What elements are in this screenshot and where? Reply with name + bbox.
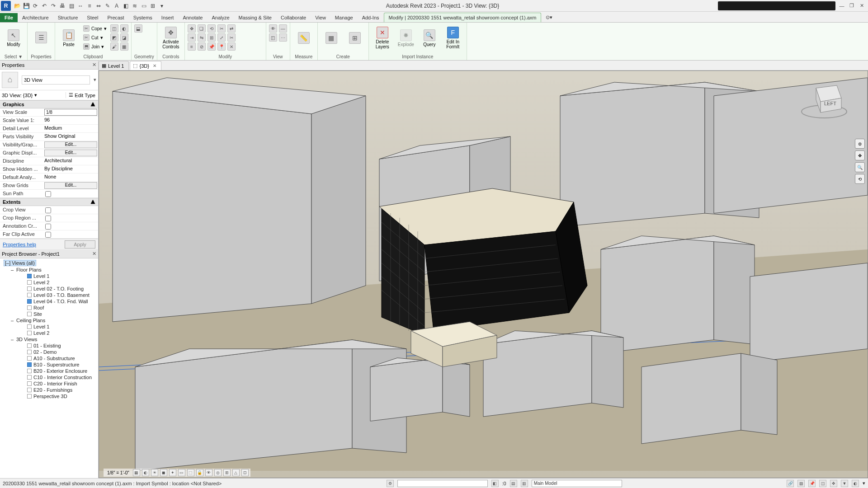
qat-text-icon[interactable]: A	[113, 2, 120, 9]
tree-node[interactable]: B10 - Superstructure	[2, 361, 96, 368]
tree-node[interactable]: Site	[2, 311, 96, 317]
tab-view[interactable]: View	[311, 13, 330, 22]
view-cube[interactable]: LEFT	[797, 80, 851, 121]
sb-select-face-icon[interactable]: ◫	[819, 480, 826, 487]
prop-section[interactable]: Extents⯅	[0, 198, 98, 206]
temp-hide-icon[interactable]: 👁	[205, 469, 212, 476]
qat-switch-icon[interactable]: ▭	[140, 2, 147, 9]
tree-node[interactable]: 02 - Demo	[2, 349, 96, 355]
apply-button[interactable]: Apply	[65, 240, 95, 249]
edit-in-formit-button[interactable]: FEdit In FormIt	[442, 23, 464, 52]
override-icon[interactable]: ◫	[269, 33, 277, 42]
shadow-icon[interactable]: ◼	[160, 469, 167, 476]
tree-node[interactable]: [–] Views (all)	[2, 259, 96, 267]
tree-node[interactable]: Level 2	[2, 330, 96, 336]
prop-checkbox[interactable]	[45, 207, 51, 213]
qat-print-icon[interactable]: 🖶	[59, 2, 66, 9]
properties-button[interactable]: ☰	[30, 23, 52, 52]
align-icon[interactable]: ≡	[188, 42, 196, 51]
prop-value[interactable]	[43, 222, 98, 230]
tab-structure[interactable]: Structure	[53, 13, 83, 22]
split2-icon[interactable]: ⊘	[198, 42, 206, 51]
tree-node[interactable]: Roof	[2, 305, 96, 311]
cut-button[interactable]: ✂Cut ▾	[81, 33, 108, 42]
reveal-icon[interactable]: ◎	[214, 469, 222, 476]
active-workset[interactable]	[397, 480, 488, 487]
view-tab-close-icon[interactable]: ✕	[151, 63, 156, 68]
instance-label[interactable]: 3D View: {3D}	[2, 93, 33, 98]
paste-button[interactable]: 📋Paste	[58, 23, 80, 52]
tree-node[interactable]: A10 - Substructure	[2, 355, 96, 361]
tab-manage[interactable]: Manage	[330, 13, 358, 22]
qat-tag-icon[interactable]: ✎	[104, 2, 111, 9]
prop-edit-button[interactable]: Edit...	[44, 150, 97, 156]
tab-systems[interactable]: Systems	[129, 13, 157, 22]
create2-button[interactable]: ⊞	[344, 23, 366, 52]
qat-measure-icon[interactable]: ↔	[77, 2, 84, 9]
nav-orbit-icon[interactable]: ⟲	[855, 174, 865, 184]
prop-checkbox[interactable]	[45, 224, 51, 230]
render-icon[interactable]: ✦	[169, 469, 176, 476]
nav-pan-icon[interactable]: ✥	[855, 150, 865, 160]
tab-file[interactable]: File	[0, 13, 18, 22]
sb-filter-icon[interactable]: ▼	[841, 480, 848, 487]
mirror-icon[interactable]: ⇄	[227, 24, 236, 33]
prop-value[interactable]: Edit...	[43, 149, 98, 157]
prop-edit-button[interactable]: Edit...	[44, 182, 97, 189]
tree-node[interactable]: Level 1	[2, 273, 96, 279]
minimize-button[interactable]: —	[837, 1, 846, 10]
tree-node[interactable]: Level 03 - T.O. Basement	[2, 292, 96, 298]
delete-layers-button[interactable]: ✕Delete Layers	[372, 23, 393, 52]
tab-massing[interactable]: Massing & Site	[234, 13, 276, 22]
3d-canvas[interactable]: LEFT ⊚ ✥ 🔍 ⟲ 1/8" = 1'-0" ▦ ◐ ☀ ◼ ✦ ▭ ⬚ …	[99, 70, 868, 478]
modify-button[interactable]: ↖Modify	[3, 23, 24, 52]
geom-icon[interactable]: ⬓	[134, 24, 142, 33]
hide-icon[interactable]: 👁	[269, 24, 277, 33]
view-tab-level1[interactable]: ▦ Level 1	[99, 61, 129, 70]
move-icon[interactable]: ✥	[188, 24, 196, 33]
qat-region-icon[interactable]: ◧	[122, 2, 129, 9]
properties-help-link[interactable]: Properties help	[3, 242, 36, 247]
line2-icon[interactable]: ⋯	[279, 33, 287, 42]
prop-value[interactable]	[43, 206, 98, 214]
tab-collaborate[interactable]: Collaborate	[276, 13, 311, 22]
tree-node[interactable]: B20 - Exterior Enclosure	[2, 368, 96, 374]
tree-node[interactable]: E20 - Furnishings	[2, 387, 96, 393]
tab-addins[interactable]: Add-Ins	[358, 13, 384, 22]
clip-icon[interactable]: ◩	[110, 33, 118, 42]
query-button[interactable]: 🔍Query	[419, 23, 440, 52]
sb-drag-icon[interactable]: ✥	[830, 480, 837, 487]
explode-button[interactable]: ✸Explode	[395, 23, 417, 52]
tab-architecture[interactable]: Architecture	[18, 13, 53, 22]
prop-checkbox[interactable]	[45, 232, 51, 238]
join-button[interactable]: ⬒Join ▾	[81, 42, 108, 51]
tree-node[interactable]: Level 1	[2, 324, 96, 330]
activate-controls-button[interactable]: ✥Activate Controls	[160, 23, 182, 52]
type-selector[interactable]: ⌂ 3D View ▾	[0, 70, 98, 90]
cope-button[interactable]: ✂Cope ▾	[81, 24, 108, 33]
qat-redo-icon[interactable]: ↷	[50, 2, 57, 9]
sb-worksets-icon[interactable]: ⚙	[387, 480, 394, 487]
rotate-icon[interactable]: ⟲	[208, 24, 216, 33]
tree-node[interactable]: Level 04 - T.O. Fnd. Wall	[2, 298, 96, 305]
dem-icon[interactable]: ◐	[120, 24, 128, 33]
qat-undo-icon[interactable]: ↶	[41, 2, 48, 9]
visual-style-icon[interactable]: ◐	[142, 469, 149, 476]
tree-node[interactable]: –3D Views	[2, 336, 96, 343]
sb-select-underlay-icon[interactable]: ▨	[797, 480, 805, 487]
main-model-box[interactable]: Main Model	[532, 480, 622, 487]
restore-button[interactable]: ❐	[847, 1, 856, 10]
unlock-icon[interactable]: 🔓	[196, 469, 203, 476]
project-browser-close-icon[interactable]: ✕	[92, 251, 96, 257]
project-browser-header[interactable]: Project Browser - Project1 ✕	[0, 249, 98, 258]
sb-design-options-icon[interactable]: ◧	[491, 480, 499, 487]
prop-edit-button[interactable]: Edit...	[44, 141, 97, 148]
qat-open-icon[interactable]: 📂	[14, 2, 21, 9]
qat-dropdown-icon[interactable]: ▾	[158, 2, 165, 9]
pin-icon[interactable]: 📌	[208, 42, 216, 51]
tree-node[interactable]: 01 - Existing	[2, 343, 96, 349]
view-scale[interactable]: 1/8" = 1'-0"	[105, 470, 131, 475]
tab-analyze[interactable]: Analyze	[207, 13, 234, 22]
qat-save-icon[interactable]: 💾	[23, 2, 30, 9]
close-window-button[interactable]: ✕	[857, 1, 866, 10]
